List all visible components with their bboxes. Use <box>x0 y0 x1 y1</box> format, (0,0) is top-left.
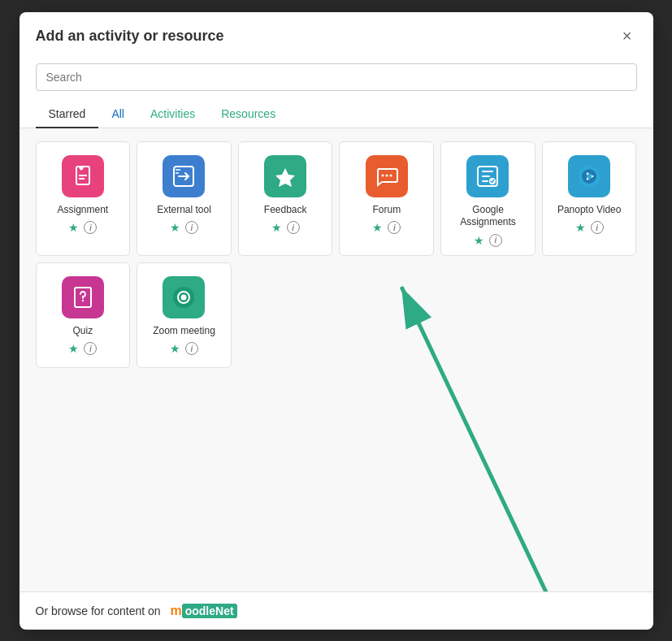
external-tool-info[interactable]: i <box>185 221 198 234</box>
grid-item-zoom-meeting[interactable]: Zoom meeting ★ i <box>137 262 232 368</box>
svg-point-7 <box>389 174 392 176</box>
assignment-icon <box>70 163 96 189</box>
moodle-logo: moodleNet <box>170 604 236 618</box>
assignment-star[interactable]: ★ <box>68 221 79 234</box>
panopto-actions: ★ i <box>575 221 604 234</box>
grid-item-feedback[interactable]: Feedback ★ i <box>238 141 333 256</box>
assignment-info[interactable]: i <box>84 221 97 234</box>
quiz-label: Quiz <box>72 325 93 338</box>
forum-icon <box>374 163 400 189</box>
google-assignments-icon-box <box>466 155 509 197</box>
external-tool-label: External tool <box>157 204 211 217</box>
feedback-label: Feedback <box>264 204 307 217</box>
zoom-actions: ★ i <box>170 342 198 355</box>
svg-point-13 <box>587 174 592 179</box>
svg-point-6 <box>385 174 388 176</box>
google-assignments-star[interactable]: ★ <box>474 234 484 247</box>
svg-marker-4 <box>275 168 295 187</box>
svg-point-18 <box>181 294 187 300</box>
svg-rect-1 <box>79 175 87 176</box>
quiz-star[interactable]: ★ <box>68 342 79 355</box>
tab-resources[interactable]: Resources <box>208 101 288 128</box>
grid-item-assignment[interactable]: Assignment ★ i <box>36 141 131 256</box>
zoom-icon <box>171 284 197 310</box>
forum-info[interactable]: i <box>388 221 401 234</box>
tab-starred[interactable]: Starred <box>36 101 99 128</box>
close-button[interactable]: × <box>618 25 637 47</box>
quiz-actions: ★ i <box>68 342 97 355</box>
quiz-info[interactable]: i <box>84 342 97 355</box>
footer-text: Or browse for content on <box>36 604 161 617</box>
footer-space <box>164 604 167 617</box>
google-assignments-actions: ★ i <box>474 234 502 247</box>
external-tool-icon-box <box>163 155 205 197</box>
zoom-info[interactable]: i <box>185 342 198 355</box>
grid-item-panopto-video[interactable]: Panopto Video ★ i <box>542 141 637 256</box>
external-tool-icon <box>171 163 197 189</box>
modal-title: Add an activity or resource <box>36 28 224 45</box>
feedback-icon-box <box>264 155 306 197</box>
zoom-star[interactable]: ★ <box>170 342 180 355</box>
assignment-actions: ★ i <box>68 221 97 234</box>
tab-activities[interactable]: Activities <box>137 101 208 128</box>
google-assignments-label: Google Assignments <box>448 204 528 229</box>
feedback-star[interactable]: ★ <box>271 221 282 234</box>
zoom-icon-box <box>163 276 205 318</box>
grid-item-forum[interactable]: Forum ★ i <box>339 141 434 256</box>
activity-grid-container: Assignment ★ i External tool ★ <box>20 128 653 591</box>
search-container <box>20 57 653 101</box>
search-input[interactable] <box>36 63 637 91</box>
panopto-icon <box>576 163 602 189</box>
modal-dialog: Add an activity or resource × Starred Al… <box>20 12 653 630</box>
tab-all[interactable]: All <box>98 101 137 128</box>
forum-label: Forum <box>372 204 401 217</box>
assignment-icon-box <box>62 155 104 197</box>
moodle-net-label: oodleNet <box>182 604 237 618</box>
grid-item-external-tool[interactable]: External tool ★ i <box>137 141 232 256</box>
assignment-label: Assignment <box>57 204 108 217</box>
forum-icon-box <box>366 155 408 197</box>
panopto-info[interactable]: i <box>591 221 604 234</box>
quiz-icon <box>70 284 96 310</box>
google-assignments-info[interactable]: i <box>489 234 502 247</box>
zoom-label: Zoom meeting <box>153 325 215 338</box>
forum-star[interactable]: ★ <box>372 221 383 234</box>
external-tool-star[interactable]: ★ <box>170 221 180 234</box>
external-tool-actions: ★ i <box>170 221 198 234</box>
svg-point-15 <box>82 299 84 301</box>
tabs-bar: Starred All Activities Resources <box>20 101 653 128</box>
feedback-icon <box>272 163 298 189</box>
google-assignments-icon <box>475 163 501 189</box>
quiz-icon-box <box>62 276 104 318</box>
feedback-info[interactable]: i <box>287 221 300 234</box>
panopto-icon-box <box>568 155 610 197</box>
svg-point-5 <box>381 174 384 176</box>
svg-rect-2 <box>79 178 85 180</box>
grid-item-quiz[interactable]: Quiz ★ i <box>36 262 131 368</box>
activity-grid: Assignment ★ i External tool ★ <box>36 141 637 368</box>
modal-header: Add an activity or resource × <box>20 12 653 57</box>
grid-item-google-assignments[interactable]: Google Assignments ★ i <box>440 141 535 256</box>
panopto-label: Panopto Video <box>557 204 622 217</box>
moodle-logo-icon: m <box>170 604 181 618</box>
forum-actions: ★ i <box>372 221 401 234</box>
feedback-actions: ★ i <box>271 221 300 234</box>
modal-footer: Or browse for content on moodleNet <box>20 591 653 630</box>
panopto-star[interactable]: ★ <box>575 221 586 234</box>
